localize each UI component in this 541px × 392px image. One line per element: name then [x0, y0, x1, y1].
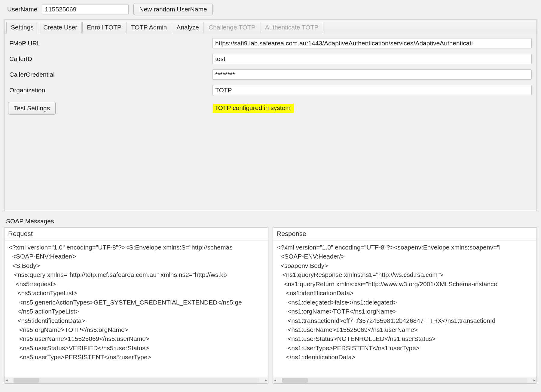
tab-challenge-totp: Challenge TOTP	[204, 22, 260, 33]
callercredential-label: CallerCredential	[8, 71, 212, 78]
callerid-input[interactable]	[212, 54, 532, 64]
request-h-scrollbar[interactable]: ◂ ▸	[5, 377, 268, 383]
request-panel-title: Request	[5, 228, 268, 240]
soap-section-title: SOAP Messages	[4, 218, 537, 225]
request-body[interactable]: <?xml version="1.0" encoding="UTF-8"?><S…	[5, 240, 268, 377]
scroll-left-icon[interactable]: ◂	[273, 378, 277, 382]
new-random-username-button[interactable]: New random UserName	[133, 4, 212, 15]
organization-label: Organization	[8, 87, 212, 94]
tab-authenticate-totp: Authenticate TOTP	[261, 22, 323, 33]
organization-input[interactable]	[212, 85, 532, 95]
tab-body-settings: FMoP URL CallerID CallerCredential Organ…	[5, 33, 536, 211]
status-message: TOTP configured in system	[212, 104, 294, 113]
tab-create-user[interactable]: Create User	[39, 22, 82, 33]
tab-analyze[interactable]: Analyze	[172, 22, 203, 33]
tab-container: SettingsCreate UserEnroll TOTPTOTP Admin…	[4, 19, 537, 211]
request-panel: Request <?xml version="1.0" encoding="UT…	[4, 227, 268, 384]
fmop-url-label: FMoP URL	[8, 40, 212, 47]
scroll-right-icon[interactable]: ▸	[532, 378, 536, 382]
fmop-url-input[interactable]	[212, 38, 532, 48]
callerid-label: CallerID	[8, 55, 212, 63]
tabstrip: SettingsCreate UserEnroll TOTPTOTP Admin…	[5, 20, 536, 33]
tab-enroll-totp[interactable]: Enroll TOTP	[82, 22, 126, 33]
callercredential-input[interactable]	[212, 69, 532, 80]
username-label: UserName	[7, 6, 37, 13]
scroll-right-icon[interactable]: ▸	[264, 378, 268, 382]
test-settings-button[interactable]: Test Settings	[8, 102, 56, 115]
tab-settings[interactable]: Settings	[6, 22, 38, 33]
tab-totp-admin[interactable]: TOTP Admin	[127, 22, 171, 33]
username-input[interactable]	[42, 4, 129, 14]
response-body[interactable]: <?xml version="1.0" encoding="UTF-8"?><s…	[273, 240, 536, 377]
response-panel-title: Response	[273, 228, 536, 240]
response-panel: Response <?xml version="1.0" encoding="U…	[273, 227, 537, 384]
scroll-left-icon[interactable]: ◂	[5, 378, 9, 382]
response-h-scrollbar[interactable]: ◂ ▸	[273, 377, 536, 383]
